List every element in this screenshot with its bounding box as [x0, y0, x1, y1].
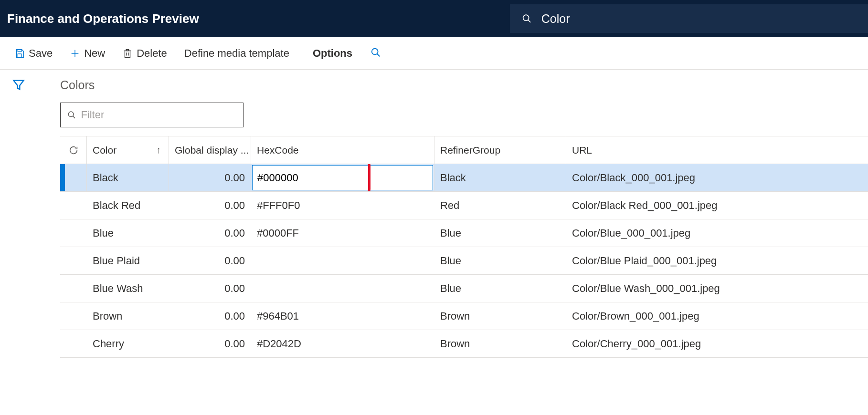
row-handle[interactable] — [60, 219, 86, 247]
cell-url[interactable]: Color/Cherry_000_001.jpeg — [566, 330, 868, 357]
cell-hexcode[interactable]: #0000FF — [251, 219, 434, 247]
column-header-color[interactable]: Color ↑ — [87, 136, 169, 164]
options-label: Options — [313, 47, 352, 60]
svg-point-0 — [523, 15, 529, 21]
row-handle[interactable] — [60, 302, 86, 330]
cell-hexcode[interactable]: #964B01 — [251, 302, 434, 330]
cell-url[interactable]: Color/Brown_000_001.jpeg — [566, 302, 868, 330]
delete-button[interactable]: Delete — [114, 37, 176, 69]
page-title: Colors — [60, 78, 868, 92]
define-media-button[interactable]: Define media template — [176, 37, 298, 69]
funnel-icon — [12, 78, 25, 92]
table-row[interactable]: Black Red0.00#FFF0F0RedColor/Black Red_0… — [60, 192, 868, 219]
col-refiner-label: RefinerGroup — [440, 145, 500, 156]
cell-global-display[interactable]: 0.00 — [169, 302, 251, 330]
svg-rect-3 — [18, 53, 21, 57]
cell-color[interactable]: Blue Wash — [87, 275, 169, 302]
cell-global-display[interactable]: 0.00 — [169, 275, 251, 302]
col-url-label: URL — [572, 145, 592, 156]
global-search[interactable] — [510, 4, 868, 33]
cell-url[interactable]: Color/Black_000_001.jpeg — [566, 164, 868, 191]
table-row[interactable]: Blue0.00#0000FFBlueColor/Blue_000_001.jp… — [60, 219, 868, 247]
col-gdisp-label: Global display ... — [175, 145, 249, 156]
search-icon — [67, 110, 76, 120]
cell-global-display[interactable]: 0.00 — [169, 247, 251, 274]
refresh-icon — [68, 145, 79, 156]
cell-color[interactable]: Blue Plaid — [87, 247, 169, 274]
cell-refiner[interactable]: Black — [434, 164, 566, 191]
column-header-refiner[interactable]: RefinerGroup — [434, 136, 566, 164]
new-button[interactable]: New — [61, 37, 114, 69]
table-row[interactable]: Cherry0.00#D2042DBrownColor/Cherry_000_0… — [60, 330, 868, 358]
search-icon — [370, 47, 381, 58]
cell-global-display[interactable]: 0.00 — [169, 219, 251, 247]
svg-point-8 — [372, 48, 378, 54]
cell-refiner[interactable]: Brown — [434, 330, 566, 357]
options-button[interactable]: Options — [304, 37, 361, 69]
row-handle[interactable] — [60, 330, 86, 357]
cell-color[interactable]: Black Red — [87, 192, 169, 219]
cell-global-display[interactable]: 0.00 — [169, 164, 251, 191]
trash-icon — [122, 48, 133, 59]
save-label: Save — [29, 47, 53, 60]
column-header-url[interactable]: URL — [566, 136, 868, 164]
hexcode-input[interactable] — [252, 165, 433, 190]
global-search-input[interactable] — [541, 12, 856, 26]
svg-rect-2 — [18, 49, 21, 52]
cell-refiner[interactable]: Blue — [434, 219, 566, 247]
cell-url[interactable]: Color/Blue_000_001.jpeg — [566, 219, 868, 247]
cell-global-display[interactable]: 0.00 — [169, 192, 251, 219]
column-header-global-display[interactable]: Global display ... — [169, 136, 251, 164]
cell-color[interactable]: Black — [87, 164, 169, 191]
cell-color[interactable]: Brown — [87, 302, 169, 330]
column-header-hexcode[interactable]: HexCode — [251, 136, 434, 164]
cell-hexcode[interactable] — [251, 247, 434, 274]
cell-url[interactable]: Color/Blue Wash_000_001.jpeg — [566, 275, 868, 302]
cell-refiner[interactable]: Blue — [434, 247, 566, 274]
col-hex-label: HexCode — [257, 145, 299, 156]
filter-pane-toggle[interactable] — [12, 78, 25, 415]
plus-icon — [70, 48, 80, 59]
cell-refiner[interactable]: Red — [434, 192, 566, 219]
cell-hexcode[interactable] — [251, 164, 434, 191]
cell-hexcode[interactable]: #FFF0F0 — [251, 192, 434, 219]
cell-color[interactable]: Blue — [87, 219, 169, 247]
svg-line-1 — [528, 20, 530, 22]
toolbar-search-button[interactable] — [370, 47, 381, 60]
grid-filter-input[interactable] — [81, 109, 236, 121]
table-row[interactable]: Blue Wash0.00BlueColor/Blue Wash_000_001… — [60, 275, 868, 302]
delete-label: Delete — [137, 47, 167, 60]
svg-line-11 — [73, 116, 75, 118]
svg-point-10 — [68, 112, 74, 117]
search-icon — [522, 13, 532, 24]
sort-asc-icon: ↑ — [156, 145, 161, 156]
refresh-grid-button[interactable] — [60, 136, 87, 164]
cell-hexcode[interactable] — [251, 275, 434, 302]
table-row[interactable]: Black0.00BlackColor/Black_000_001.jpeg — [60, 164, 868, 192]
save-icon — [14, 48, 25, 59]
cell-refiner[interactable]: Brown — [434, 302, 566, 330]
svg-line-9 — [377, 53, 380, 56]
colors-grid: Color ↑ Global display ... HexCode Refin… — [60, 136, 868, 358]
cell-refiner[interactable]: Blue — [434, 275, 566, 302]
table-row[interactable]: Brown0.00#964B01BrownColor/Brown_000_001… — [60, 302, 868, 330]
cell-color[interactable]: Cherry — [87, 330, 169, 357]
cell-url[interactable]: Color/Black Red_000_001.jpeg — [566, 192, 868, 219]
define-media-label: Define media template — [184, 47, 289, 60]
row-handle[interactable] — [60, 247, 86, 274]
save-button[interactable]: Save — [6, 37, 61, 69]
row-handle[interactable] — [60, 275, 86, 302]
table-row[interactable]: Blue Plaid0.00BlueColor/Blue Plaid_000_0… — [60, 247, 868, 275]
row-handle[interactable] — [60, 164, 86, 191]
app-title: Finance and Operations Preview — [7, 11, 199, 26]
grid-filter[interactable] — [60, 103, 243, 127]
cell-url[interactable]: Color/Blue Plaid_000_001.jpeg — [566, 247, 868, 274]
new-label: New — [84, 47, 105, 60]
separator — [301, 43, 301, 64]
cell-global-display[interactable]: 0.00 — [169, 330, 251, 357]
col-color-label: Color — [93, 145, 116, 156]
cell-hexcode[interactable]: #D2042D — [251, 330, 434, 357]
row-handle[interactable] — [60, 192, 86, 219]
